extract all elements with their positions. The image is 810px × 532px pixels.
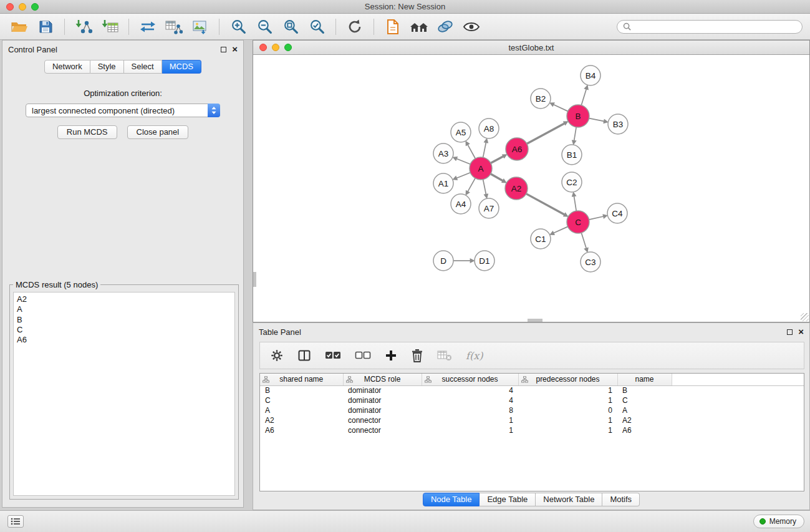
result-item[interactable]: C: [17, 325, 231, 335]
minimize-network-window-button[interactable]: [272, 44, 279, 51]
optimization-criterion-dropdown[interactable]: largest connected component (directed): [26, 104, 220, 117]
export-image-button[interactable]: [188, 16, 212, 37]
graph-node-A7[interactable]: A7: [479, 198, 499, 218]
open-document-button[interactable]: [381, 16, 405, 37]
graph-node-A1[interactable]: A1: [433, 173, 453, 193]
graph-edge-B-B1[interactable]: [574, 127, 576, 141]
graph-node-C3[interactable]: C3: [581, 252, 600, 272]
float-panel-icon[interactable]: [221, 47, 226, 52]
graph-node-A6[interactable]: A6: [506, 138, 528, 160]
graph-edge-A-A7[interactable]: [483, 180, 486, 195]
float-table-panel-icon[interactable]: [787, 329, 793, 335]
table-row[interactable]: A6connector 11 A6: [260, 425, 804, 435]
delete-column-button[interactable]: [411, 349, 423, 362]
graph-node-A[interactable]: A: [470, 157, 492, 180]
minimize-window-button[interactable]: [19, 3, 26, 11]
graph-edge-C-C1[interactable]: [554, 226, 568, 233]
graph-edge-A2-C[interactable]: [526, 194, 564, 215]
result-item[interactable]: A: [17, 304, 231, 314]
graph-edge-A-A1[interactable]: [456, 173, 470, 178]
import-table-from-file-button[interactable]: [98, 16, 122, 37]
deselect-all-rows-button[interactable]: [355, 350, 371, 361]
search-box[interactable]: [617, 20, 803, 34]
save-session-button[interactable]: [34, 16, 57, 37]
graph-edge-A-A4[interactable]: [468, 178, 475, 191]
graph-edge-C-C2[interactable]: [574, 196, 577, 211]
refresh-view-button[interactable]: [343, 16, 367, 37]
network-canvas[interactable]: B4B2BB3A5A8A6B1A3AC2A1A2A4A7C4CC1C3DD1: [253, 55, 809, 322]
graph-node-C1[interactable]: C1: [531, 229, 551, 249]
graph-edge-A-A5[interactable]: [468, 145, 475, 158]
open-session-button[interactable]: [7, 16, 31, 37]
graph-node-B2[interactable]: B2: [531, 89, 551, 109]
close-table-panel-icon[interactable]: ×: [798, 329, 804, 335]
graph-node-B1[interactable]: B1: [562, 145, 582, 165]
column-header-successor-nodes[interactable]: successor nodes: [422, 374, 518, 385]
graph-node-A2[interactable]: A2: [505, 177, 528, 200]
zoom-in-button[interactable]: [226, 16, 250, 37]
column-header-predecessor-nodes[interactable]: predecessor nodes: [518, 374, 617, 385]
graph-edge-B-B2[interactable]: [554, 105, 568, 112]
table-row[interactable]: Cdominator 41 C: [260, 395, 804, 405]
graph-edge-A-A2[interactable]: [491, 174, 503, 181]
graph-edge-B-B3[interactable]: [589, 118, 604, 122]
graph-edge-A-A3[interactable]: [456, 159, 470, 165]
table-row[interactable]: Adominator 80 A: [260, 405, 804, 415]
graph-edge-B-B4[interactable]: [581, 89, 586, 105]
table-row[interactable]: A2connector 11 A2: [260, 415, 804, 425]
node-table-container[interactable]: shared name MCDS role: [259, 373, 804, 491]
tab-select[interactable]: Select: [124, 60, 162, 74]
tab-node-table[interactable]: Node Table: [423, 493, 480, 506]
zoom-selected-button[interactable]: [305, 16, 329, 37]
graph-node-A3[interactable]: A3: [433, 143, 453, 163]
graph-node-A8[interactable]: A8: [479, 118, 499, 138]
run-mcds-button[interactable]: Run MCDS: [57, 125, 117, 139]
graph-node-A5[interactable]: A5: [451, 122, 471, 142]
network-window-titlebar[interactable]: testGlobe.txt: [253, 41, 809, 55]
table-row[interactable]: Bdominator 41 B: [260, 385, 804, 395]
tab-edge-table[interactable]: Edge Table: [480, 493, 536, 506]
memory-button[interactable]: Memory: [753, 515, 804, 528]
column-header-name[interactable]: name: [617, 374, 672, 385]
zoom-fit-button[interactable]: [279, 16, 302, 37]
graph-node-D1[interactable]: D1: [475, 251, 494, 271]
graph-node-A4[interactable]: A4: [451, 194, 471, 214]
maximize-network-window-button[interactable]: [284, 44, 292, 51]
new-network-from-table-button[interactable]: [162, 16, 186, 37]
maximize-window-button[interactable]: [31, 3, 39, 11]
column-header-shared-name[interactable]: shared name: [260, 374, 343, 385]
tab-style[interactable]: Style: [90, 60, 124, 74]
import-network-from-file-button[interactable]: [72, 16, 95, 37]
result-item[interactable]: A6: [17, 335, 231, 345]
close-window-button[interactable]: [6, 3, 14, 11]
graph-node-C[interactable]: C: [567, 211, 589, 233]
graph-edge-C-C4[interactable]: [589, 216, 604, 220]
column-header-mcds-role[interactable]: MCDS role: [343, 374, 422, 385]
graph-node-D[interactable]: D: [433, 251, 453, 271]
tab-network-table[interactable]: Network Table: [536, 493, 602, 506]
tab-motifs[interactable]: Motifs: [602, 493, 640, 506]
close-panel-icon[interactable]: ×: [232, 46, 238, 52]
delete-table-button[interactable]: [437, 349, 452, 362]
close-panel-button[interactable]: Close panel: [127, 125, 189, 139]
zoom-out-button[interactable]: [253, 16, 276, 37]
add-column-button[interactable]: [385, 349, 397, 362]
graph-node-C2[interactable]: C2: [562, 172, 582, 192]
graph-node-B[interactable]: B: [567, 105, 589, 127]
dropdown-stepper-icon[interactable]: [208, 104, 220, 117]
graph-node-C4[interactable]: C4: [607, 203, 627, 223]
mcds-result-list[interactable]: A2 A B C A6: [13, 292, 235, 496]
merge-networks-button[interactable]: [136, 16, 160, 37]
select-all-rows-button[interactable]: [325, 350, 341, 361]
graph-node-B4[interactable]: B4: [581, 65, 600, 85]
result-item[interactable]: A2: [17, 294, 231, 304]
session-home-button[interactable]: [407, 16, 431, 37]
tab-mcds[interactable]: MCDS: [162, 60, 201, 74]
resize-grip[interactable]: [801, 313, 809, 321]
graph-edge-A-A6[interactable]: [491, 157, 503, 163]
tab-network[interactable]: Network: [44, 60, 90, 74]
table-settings-button[interactable]: [270, 349, 284, 362]
result-item[interactable]: B: [17, 315, 231, 325]
graph-node-B3[interactable]: B3: [608, 114, 628, 134]
task-history-button[interactable]: [7, 515, 24, 528]
